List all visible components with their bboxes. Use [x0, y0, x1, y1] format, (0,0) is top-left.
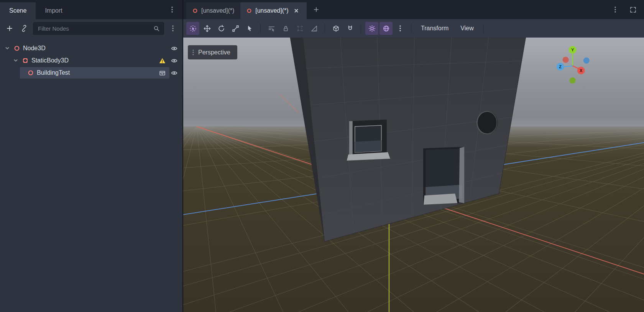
- eye-icon: [171, 57, 177, 64]
- gizmo-y-label: Y: [571, 48, 574, 52]
- toolbar-separator: [361, 24, 361, 33]
- transform-menu-label: Transform: [421, 25, 449, 32]
- node-label: BuildingTest: [37, 69, 70, 76]
- scene-node-icon: [192, 8, 198, 13]
- ruler-mode-button[interactable]: [307, 22, 320, 35]
- tree-row-staticbody3d[interactable]: StaticBody3D: [0, 54, 182, 67]
- rotate-mode-button[interactable]: [215, 22, 228, 35]
- view-menu-label: View: [460, 25, 473, 32]
- plus-icon: [6, 25, 13, 32]
- new-scene-tab-button[interactable]: [310, 4, 322, 15]
- group-icon: [296, 25, 304, 32]
- scene-tree: Node3D StaticBody3D: [0, 38, 182, 312]
- group-nodes-button[interactable]: [293, 22, 306, 35]
- scene-tab-label: [unsaved](*): [255, 7, 288, 14]
- open-instance-button[interactable]: [158, 69, 166, 77]
- toolbar-separator: [260, 24, 261, 33]
- kebab-menu-icon: [192, 49, 194, 55]
- tree-row-node3d[interactable]: Node3D: [0, 42, 182, 54]
- preview-environment-button[interactable]: [380, 22, 393, 35]
- gizmo-x-label: X: [580, 68, 583, 73]
- dock-menu-button[interactable]: [166, 4, 178, 15]
- viewport-3d[interactable]: Y Z X Perspective: [183, 38, 644, 312]
- node3d-icon: [28, 70, 34, 76]
- scene-node-icon: [246, 8, 252, 13]
- warning-icon: [159, 57, 166, 64]
- toolbar-separator: [411, 24, 411, 33]
- node3d-icon: [14, 45, 20, 51]
- expand-icon: [630, 7, 636, 13]
- tab-import-label: Import: [45, 7, 62, 14]
- perspective-menu-button[interactable]: Perspective: [188, 45, 237, 59]
- node-warning-button[interactable]: [158, 56, 166, 65]
- snap-toggle-button[interactable]: [343, 22, 356, 35]
- scene-tab-label: [unsaved](*): [201, 7, 234, 14]
- move-icon: [204, 25, 211, 32]
- instance-scene-button[interactable]: [18, 23, 30, 34]
- scene-tab-unsaved-2[interactable]: [unsaved](*): [240, 2, 306, 19]
- scene-dock: Node3D StaticBody3D: [0, 19, 183, 312]
- search-icon: [153, 25, 160, 32]
- kebab-menu-icon: [171, 7, 173, 13]
- view-menu[interactable]: View: [455, 22, 479, 35]
- lock-node-button[interactable]: [279, 22, 292, 35]
- tab-scene[interactable]: Scene: [0, 2, 36, 19]
- globe-icon: [383, 25, 390, 32]
- gizmo-z-label: Z: [559, 64, 562, 69]
- list-select-icon: [268, 25, 275, 32]
- tab-import[interactable]: Import: [36, 2, 71, 19]
- window-circle: [477, 112, 498, 134]
- add-node-button[interactable]: [4, 23, 15, 34]
- visibility-toggle[interactable]: [169, 56, 179, 65]
- sun-icon: [368, 25, 376, 32]
- node-label: StaticBody3D: [31, 57, 69, 64]
- eye-icon: [171, 70, 177, 76]
- doorway: [423, 147, 464, 205]
- lock-icon: [282, 25, 289, 32]
- transform-menu[interactable]: Transform: [416, 22, 454, 35]
- select-list-button[interactable]: [265, 22, 278, 35]
- rotate-icon: [218, 25, 225, 32]
- visibility-toggle[interactable]: [169, 68, 179, 77]
- perspective-label: Perspective: [198, 49, 230, 56]
- toolbar-separator: [483, 24, 484, 33]
- preview-sunlight-button[interactable]: [365, 22, 378, 35]
- gizmo-neg-y-ball[interactable]: [570, 77, 576, 84]
- kebab-menu-icon: [172, 25, 174, 31]
- cube-icon: [332, 25, 340, 32]
- collapse-chevron-icon[interactable]: [4, 46, 11, 51]
- gizmo-neg-x-ball[interactable]: [563, 57, 569, 63]
- scene-tab-unsaved-1[interactable]: [unsaved](*): [186, 2, 240, 19]
- cursor-icon: [246, 25, 253, 32]
- local-space-button[interactable]: [329, 22, 342, 35]
- collapse-chevron-icon[interactable]: [12, 58, 19, 63]
- node-label: Node3D: [23, 45, 46, 52]
- gizmo-neg-z-ball[interactable]: [583, 57, 590, 64]
- viewport-canvas[interactable]: Y Z X: [183, 38, 644, 312]
- filter-nodes-field[interactable]: [33, 22, 164, 35]
- tree-extra-menu-button[interactable]: [167, 23, 179, 34]
- close-icon: [294, 8, 299, 13]
- scene-tabs-menu-button[interactable]: [610, 4, 621, 15]
- visibility-toggle[interactable]: [169, 44, 179, 53]
- select-mode-button[interactable]: [186, 22, 199, 35]
- scene-tab-bar: [unsaved](*) [unsaved](*): [183, 0, 644, 19]
- link-icon: [21, 25, 28, 32]
- open-instance-icon: [159, 70, 166, 76]
- expand-window-button[interactable]: [627, 4, 639, 15]
- filter-nodes-input[interactable]: [37, 25, 150, 32]
- select-mode-icon: [189, 25, 197, 32]
- close-tab-button[interactable]: [292, 7, 301, 15]
- eye-icon: [171, 45, 177, 52]
- selection-tool-button[interactable]: [243, 22, 256, 35]
- move-mode-button[interactable]: [200, 22, 214, 35]
- plus-icon: [313, 7, 319, 13]
- toolbar-separator: [325, 24, 325, 33]
- dock-tab-bar: Scene Import: [0, 0, 183, 19]
- preview-options-button[interactable]: [394, 22, 407, 35]
- staticbody3d-icon: [22, 57, 28, 64]
- top-bar: Scene Import [unsaved](*) [unsaved](*): [0, 0, 644, 19]
- scale-mode-button[interactable]: [229, 22, 242, 35]
- tree-row-buildingtest[interactable]: BuildingTest: [0, 67, 182, 79]
- scale-icon: [232, 25, 239, 32]
